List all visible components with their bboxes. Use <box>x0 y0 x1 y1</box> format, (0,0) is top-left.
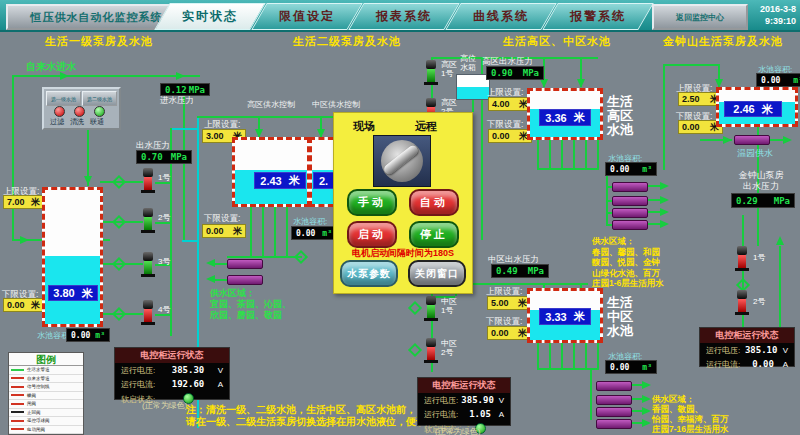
high-zone-control-label: 高区供水控制 <box>247 99 295 110</box>
mode-selector-switch[interactable] <box>373 135 431 187</box>
valve-icon <box>112 257 126 271</box>
top-bar: 恒压供水自动化监控系统 实时状态 限值设定 报表系统 曲线系统 报警系统 返回监… <box>0 0 800 32</box>
lower-limit-setpoint[interactable]: 0.00米 <box>202 224 246 238</box>
pump-label: 1号 <box>158 174 176 183</box>
return-button-label: 返回监控中心 <box>676 12 724 23</box>
upper-limit-setpoint[interactable]: 4.00米 <box>488 97 532 111</box>
supply-area-list: 供水区域： 香园、敬园、 怡园、幸福湾、百万 庄园7-16层生活用水 <box>652 394 729 434</box>
upper-limit-setpoint[interactable]: 7.00米 <box>3 195 44 209</box>
legend-item: 自来水管道 <box>27 376 50 381</box>
level-value: 3.33 <box>545 311 566 323</box>
pump-icon-jzs1[interactable] <box>735 246 749 271</box>
valve-icon <box>408 301 422 315</box>
unit: 米 <box>518 327 527 340</box>
unit: 米 <box>82 286 93 301</box>
close-window-button[interactable]: 关闭窗口 <box>408 260 466 287</box>
flow-arrow-icon <box>206 275 215 283</box>
manual-button[interactable]: 手动 <box>347 189 397 216</box>
legend-item: 止回阀 <box>27 410 41 415</box>
pipe <box>561 137 563 168</box>
pipe <box>590 368 592 420</box>
pipe <box>648 199 660 201</box>
pump-icon-4[interactable] <box>141 300 155 325</box>
pipe <box>549 137 551 168</box>
pipe <box>262 207 264 256</box>
tab-limit-setting[interactable]: 限值设定 <box>251 3 363 30</box>
pump-icon-1[interactable] <box>141 168 155 193</box>
tab-label: 报表系统 <box>376 8 432 25</box>
setpoint-value: 0.00 <box>7 300 25 310</box>
tab-curve-system[interactable]: 曲线系统 <box>445 3 557 30</box>
stop-button[interactable]: 停止 <box>409 221 459 248</box>
unit: MPa <box>523 68 539 78</box>
lower-limit-setpoint[interactable]: 0.00米 <box>487 326 531 340</box>
row-label: 运行电流: <box>706 359 750 370</box>
pipe <box>779 246 781 332</box>
upper-limit-setpoint[interactable]: 5.00米 <box>487 296 531 310</box>
pump-icon-3[interactable] <box>141 252 155 277</box>
elevated-tank <box>456 74 490 100</box>
pump-icon-2[interactable] <box>141 208 155 233</box>
pump-icon-high1[interactable] <box>424 60 438 85</box>
lamp-label: 清洗 <box>70 117 84 127</box>
cabinet-status-panel-3: 电控柜运行状态 运行电压:385.10V 运行电流:0.00A <box>699 327 795 367</box>
pool-volume-display: 0.00m³ <box>605 360 657 374</box>
legend-title: 图例 <box>9 353 83 366</box>
flow-arrow-icon <box>783 136 792 144</box>
pump-icon-mid1[interactable] <box>424 296 438 321</box>
auto-button[interactable]: 自动 <box>409 189 459 216</box>
volume-value: 0.00 <box>610 363 629 372</box>
pipe <box>472 98 474 112</box>
pipe <box>573 137 575 168</box>
flow-arrow-icon <box>660 182 669 190</box>
flow-meter-icon <box>612 196 648 206</box>
flow-arrow-icon <box>540 79 548 88</box>
pipe <box>585 137 587 168</box>
unit: 米 <box>574 110 585 125</box>
tab-realtime-status[interactable]: 实时状态 <box>154 3 266 30</box>
row-unit: V <box>777 346 788 355</box>
select-pool1-button[interactable]: 选一级水池 <box>46 91 81 106</box>
flow-meter-icon <box>596 407 632 417</box>
pipe <box>250 207 252 256</box>
unit: MPa <box>171 152 187 162</box>
lower-limit-setpoint[interactable]: 0.00米 <box>3 298 44 312</box>
unit: MPa <box>528 266 544 276</box>
flow-arrow-icon <box>660 196 669 204</box>
flow-meter-icon <box>612 220 648 230</box>
legend-item: 电动闸阀 <box>27 427 45 432</box>
lower-limit-setpoint[interactable]: 0.00米 <box>488 129 532 143</box>
mid-outlet-pressure-display: 0.49MPa <box>491 264 549 278</box>
mid-zone-control-label: 中区供水控制 <box>312 99 360 110</box>
tap-water-inlet-label: 自来水进水 <box>26 60 76 74</box>
pipe-transfer <box>182 240 198 242</box>
pool-volume-display: 0.00m³ <box>605 162 657 176</box>
select-pool2-button[interactable]: 选二级水池 <box>82 91 117 106</box>
unit: 米 <box>518 297 527 310</box>
row-unit: A <box>492 410 504 419</box>
pump-icon-mid2[interactable] <box>424 338 438 363</box>
pipe <box>214 279 227 281</box>
pipe <box>632 410 642 412</box>
setpoint-value: 7.00 <box>7 197 25 207</box>
pipe <box>757 127 759 135</box>
row-label: 运行电流: <box>121 379 165 390</box>
pipe <box>549 340 551 368</box>
button-label: 启动 <box>358 227 386 242</box>
volume-value: 0.00 <box>296 229 315 238</box>
pump-params-button[interactable]: 水泵参数 <box>340 260 398 287</box>
filter-lamp-icon <box>54 106 65 117</box>
tab-report-system[interactable]: 报表系统 <box>348 3 460 30</box>
clock: 2016-3-8 9:39:10 <box>740 3 796 27</box>
cabinet-title: 电控柜运行状态 <box>700 328 794 343</box>
pump-icon-jzs2[interactable] <box>735 290 749 315</box>
row-label: 运行电压: <box>424 395 461 406</box>
tab-alarm-system[interactable]: 报警系统 <box>542 3 654 30</box>
unit: m³ <box>793 76 800 85</box>
row-label: 运行电压: <box>706 345 745 356</box>
jzs-outlet-pressure-display: 0.29MPa <box>731 193 795 208</box>
start-button[interactable]: 启动 <box>347 221 397 248</box>
legend-item: 闸阀 <box>27 401 36 406</box>
return-button[interactable]: 返回监控中心 <box>652 4 748 30</box>
pump-label: 2号 <box>753 298 771 307</box>
